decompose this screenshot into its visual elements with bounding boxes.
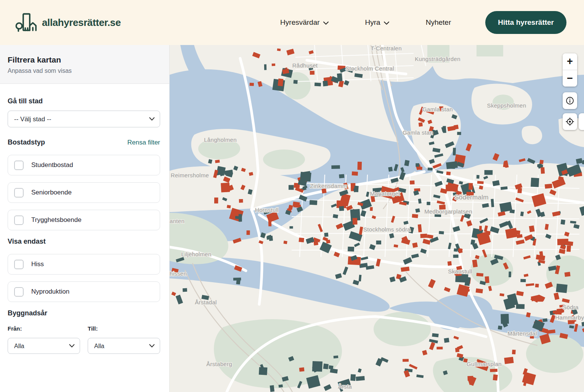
building-marker[interactable] — [376, 241, 381, 244]
building-marker[interactable] — [446, 172, 451, 175]
building-marker[interactable] — [493, 374, 498, 381]
building-marker[interactable] — [339, 206, 344, 211]
building-marker[interactable] — [294, 80, 298, 84]
building-marker[interactable] — [509, 272, 511, 277]
building-marker[interactable] — [565, 272, 571, 277]
building-marker[interactable] — [419, 122, 423, 127]
building-marker[interactable] — [284, 241, 287, 244]
building-marker[interactable] — [314, 82, 321, 86]
building-marker[interactable] — [498, 326, 502, 330]
building-marker[interactable] — [370, 207, 373, 211]
seniorboende-checkbox[interactable] — [14, 188, 24, 198]
nyproduktion-checkbox[interactable] — [14, 287, 24, 297]
checkbox-card-nyproduktion[interactable]: Nyproduktion — [8, 281, 160, 302]
building-marker[interactable] — [503, 162, 508, 168]
checkbox-card-hiss[interactable]: Hiss — [8, 254, 160, 275]
building-marker[interactable] — [485, 170, 493, 175]
building-marker[interactable] — [443, 126, 446, 133]
zoom-in-button[interactable]: + — [563, 53, 577, 70]
partial-control[interactable] — [579, 113, 584, 130]
building-marker[interactable] — [520, 279, 526, 282]
building-marker[interactable] — [453, 148, 456, 155]
building-marker[interactable] — [556, 284, 567, 293]
nav-item-hyresvardar[interactable]: Hyresvärdar — [280, 18, 328, 27]
city-select[interactable]: -- Välj stad -- — [8, 111, 160, 127]
map-canvas[interactable]: T-CentralenKungsträdgårdenRådhusetStockh… — [170, 45, 584, 392]
building-marker[interactable] — [432, 333, 439, 337]
building-marker[interactable] — [358, 162, 362, 170]
building-marker[interactable] — [477, 175, 480, 179]
site-logo[interactable]: allahyresrätter.se — [15, 12, 121, 33]
building-marker[interactable] — [350, 374, 356, 381]
building-marker[interactable] — [439, 231, 444, 235]
building-marker[interactable] — [326, 239, 330, 243]
building-marker[interactable] — [541, 167, 545, 174]
building-marker[interactable] — [476, 288, 483, 293]
hiss-checkbox[interactable] — [14, 260, 24, 269]
building-marker[interactable] — [535, 284, 539, 288]
building-marker[interactable] — [278, 384, 283, 387]
building-marker[interactable] — [293, 202, 300, 207]
building-marker[interactable] — [310, 71, 314, 75]
building-marker[interactable] — [214, 198, 218, 204]
building-marker[interactable] — [215, 160, 220, 163]
building-marker[interactable] — [477, 181, 484, 184]
building-marker[interactable] — [428, 167, 433, 170]
building-marker[interactable] — [479, 226, 482, 231]
building-marker[interactable] — [183, 288, 187, 292]
building-marker[interactable] — [289, 226, 293, 228]
building-marker[interactable] — [272, 63, 275, 66]
building-marker[interactable] — [270, 385, 274, 392]
zoom-out-button[interactable]: − — [563, 70, 577, 87]
building-marker[interactable] — [476, 273, 483, 276]
year-till-select[interactable]: Alla — [88, 338, 160, 354]
building-marker[interactable] — [310, 200, 318, 205]
building-marker[interactable] — [537, 164, 543, 167]
building-marker[interactable] — [278, 79, 284, 86]
building-marker[interactable] — [227, 205, 231, 208]
building-marker[interactable] — [323, 363, 329, 369]
building-marker[interactable] — [436, 347, 443, 349]
building-marker[interactable] — [479, 186, 483, 190]
locate-button[interactable] — [563, 113, 577, 130]
building-marker[interactable] — [356, 376, 365, 381]
building-marker[interactable] — [561, 220, 565, 225]
building-marker[interactable] — [354, 186, 359, 192]
building-marker[interactable] — [435, 214, 441, 217]
clear-filter-link[interactable]: Rensa filter — [127, 139, 160, 146]
building-marker[interactable] — [233, 278, 241, 281]
building-marker[interactable] — [348, 247, 354, 252]
building-marker[interactable] — [250, 83, 254, 86]
building-marker[interactable] — [427, 202, 430, 205]
building-marker[interactable] — [236, 280, 240, 284]
building-marker[interactable] — [299, 367, 305, 371]
building-marker[interactable] — [416, 163, 419, 167]
building-marker[interactable] — [339, 174, 344, 178]
building-marker[interactable] — [512, 350, 516, 354]
building-marker[interactable] — [520, 212, 524, 217]
building-marker[interactable] — [324, 233, 328, 237]
building-marker[interactable] — [412, 243, 418, 248]
trygghetsboende-checkbox[interactable] — [14, 215, 24, 225]
building-marker[interactable] — [334, 355, 339, 358]
building-marker[interactable] — [504, 357, 513, 364]
building-marker[interactable] — [239, 199, 243, 203]
building-marker[interactable] — [470, 239, 475, 245]
nav-item-hyra[interactable]: Hyra — [365, 18, 389, 27]
building-marker[interactable] — [299, 238, 305, 243]
year-from-select[interactable]: Alla — [8, 338, 80, 354]
building-marker[interactable] — [289, 185, 294, 190]
building-marker[interactable] — [539, 160, 544, 164]
building-marker[interactable] — [448, 261, 452, 266]
building-marker[interactable] — [566, 246, 571, 252]
building-marker[interactable] — [264, 64, 267, 70]
building-marker[interactable] — [352, 172, 358, 176]
building-marker[interactable] — [235, 216, 241, 219]
building-marker[interactable] — [516, 304, 525, 309]
building-marker[interactable] — [388, 167, 393, 172]
building-marker[interactable] — [566, 241, 573, 246]
building-marker[interactable] — [531, 178, 539, 187]
building-marker[interactable] — [337, 73, 343, 82]
building-marker[interactable] — [247, 230, 250, 235]
building-marker[interactable] — [444, 338, 449, 343]
